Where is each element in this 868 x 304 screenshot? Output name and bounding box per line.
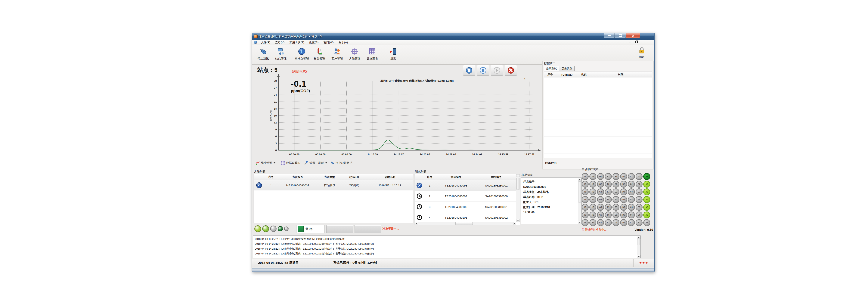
log-scrollbar[interactable] [637, 236, 641, 258]
scrollbar-thumb[interactable] [456, 222, 473, 225]
menu-item-5[interactable]: 关于(A) [336, 40, 350, 45]
vial-position-H7[interactable]: H7 [589, 219, 596, 226]
column-header[interactable]: 样品编号 [476, 175, 516, 179]
column-header[interactable]: TC(mg/L) [556, 73, 578, 76]
vial-position-A4[interactable]: A4 [643, 196, 650, 203]
menu-item-2[interactable]: 实用工具(T) [287, 40, 307, 45]
station-manage-button[interactable]: 站点管理 [272, 47, 290, 60]
customer-manage-button[interactable]: 客户管理 [328, 47, 346, 60]
vial-position-G3[interactable]: G3 [597, 189, 604, 195]
vial-position-E7[interactable]: E7 [613, 219, 619, 226]
title-bar[interactable]: 泰林总有机碳分析系统软件[xtybyh照例] - [站点：5] [252, 33, 654, 40]
vial-position-G6[interactable]: G6 [597, 211, 604, 218]
vial-position-D6[interactable]: D6 [620, 211, 627, 218]
vial-position-I4[interactable]: I4 [582, 196, 589, 203]
vial-position-E1[interactable]: E1 [613, 173, 619, 180]
vial-position-G5[interactable]: G5 [597, 204, 604, 211]
menu-item-1[interactable]: 查看(V) [273, 40, 287, 45]
scroll-up-arrow[interactable] [578, 178, 582, 181]
sampling-point-button[interactable]: i 取样点管理 [293, 47, 311, 60]
menu-item-3[interactable]: 设置(S) [307, 40, 321, 45]
column-header[interactable]: 测试编号 [435, 175, 476, 179]
chart-data-view-button[interactable]: 数据查看(D) [279, 161, 303, 165]
vial-position-B4[interactable]: B4 [636, 196, 643, 203]
vial-position-G7[interactable]: G7 [597, 219, 604, 226]
vial-position-F7[interactable]: F7 [605, 219, 612, 226]
vial-position-F4[interactable]: F4 [605, 196, 612, 203]
vial-position-E4[interactable]: E4 [613, 196, 619, 203]
scrollbar-thumb[interactable] [517, 178, 520, 190]
table-row[interactable]: 1TS201804080098SA201803280001 [415, 180, 516, 191]
test-list-vertical-scrollbar[interactable] [516, 174, 520, 222]
column-header[interactable]: 序号 [544, 73, 556, 76]
vial-position-H3[interactable]: H3 [589, 189, 596, 195]
exit-button[interactable]: 退出 [384, 47, 402, 60]
menu-item-4[interactable]: 窗口(W) [321, 40, 336, 45]
vial-position-H4[interactable]: H4 [589, 196, 596, 203]
tab-history[interactable]: 历史记录 [559, 66, 575, 71]
scrollbar-thumb[interactable] [578, 181, 581, 202]
vial-position-F5[interactable]: F5 [605, 204, 612, 211]
vial-position-E2[interactable]: E2 [613, 181, 619, 188]
vial-position-G1[interactable]: G1 [597, 173, 604, 180]
vial-position-D4[interactable]: D4 [620, 196, 627, 203]
stop-fetch-button[interactable]: 停止获取数据 [329, 161, 354, 165]
scroll-up-arrow[interactable] [637, 236, 641, 239]
scroll-down-arrow[interactable] [516, 219, 520, 222]
vial-position-I5[interactable]: I5 [582, 204, 589, 211]
vial-position-G2[interactable]: G2 [597, 181, 604, 188]
scroll-up-arrow[interactable] [516, 174, 520, 177]
method-manage-button[interactable]: 方法管理 [346, 47, 364, 60]
vial-position-D1[interactable]: D1 [620, 173, 627, 180]
column-header[interactable]: 方法名称 [341, 175, 367, 179]
vial-position-C3[interactable]: C3 [628, 189, 635, 195]
vial-position-F1[interactable]: F1 [605, 173, 612, 180]
minimize-button[interactable] [604, 33, 615, 38]
menu-item-0[interactable]: 文件(F) [258, 40, 273, 45]
vial-position-E3[interactable]: E3 [613, 189, 619, 195]
chart-settings-button[interactable]: 设置 [303, 161, 317, 165]
scrollbar-thumb[interactable] [637, 239, 640, 245]
test-list-horizontal-scrollbar[interactable] [415, 222, 516, 225]
sample-info-scrollbar[interactable] [578, 178, 582, 224]
vial-position-A2[interactable]: A2 [643, 181, 650, 188]
vial-position-H1[interactable]: H1 [589, 173, 596, 180]
vial-position-A7[interactable]: A7 [643, 219, 650, 226]
vial-position-B5[interactable]: B5 [636, 204, 643, 211]
table-row[interactable]: 1ME201804080037样品测试TC测试2018/4/8 14:25:12 [254, 180, 413, 191]
vial-position-G4[interactable]: G4 [597, 196, 604, 203]
column-header[interactable]: 创建日期 [367, 175, 413, 179]
column-header[interactable]: 时间 [590, 73, 652, 76]
maximize-button[interactable] [615, 33, 626, 38]
vial-position-F6[interactable]: F6 [605, 211, 612, 218]
vial-position-A6[interactable]: A6 [643, 211, 650, 218]
vial-position-B3[interactable]: B3 [636, 189, 643, 195]
vial-position-E5[interactable]: E5 [613, 204, 619, 211]
vial-position-I7[interactable]: I7 [582, 219, 589, 226]
column-header[interactable]: 方法类型 [318, 175, 341, 179]
vial-position-I1[interactable]: I1 [582, 173, 589, 180]
vial-position-B2[interactable]: B2 [636, 181, 643, 188]
vial-position-H2[interactable]: H2 [589, 181, 596, 188]
scroll-left-arrow[interactable] [415, 222, 418, 225]
vial-position-H5[interactable]: H5 [589, 204, 596, 211]
vial-position-C7[interactable]: C7 [628, 219, 635, 226]
vial-position-B1[interactable]: B1 [636, 173, 643, 180]
vial-position-D5[interactable]: D5 [620, 204, 627, 211]
vial-position-F3[interactable]: F3 [605, 189, 612, 195]
vial-position-D2[interactable]: D2 [620, 181, 627, 188]
linear-settings-button[interactable]: 线性设置 [254, 161, 277, 165]
table-row[interactable]: 4TS201804080101SA201803310002 [415, 212, 516, 223]
vial-position-C1[interactable]: C1 [628, 173, 635, 180]
vial-position-I6[interactable]: I6 [582, 211, 589, 218]
vial-position-D7[interactable]: D7 [620, 219, 627, 226]
vial-position-B7[interactable]: B7 [636, 219, 643, 226]
vial-position-I3[interactable]: I3 [582, 189, 589, 195]
vial-position-F2[interactable]: F2 [605, 181, 612, 188]
chart-refresh-button[interactable]: 刷新 [317, 161, 329, 165]
lock-button[interactable]: 锁定 [634, 46, 649, 59]
table-row[interactable]: 3TS201804080100SA201803310001 [415, 202, 516, 212]
mdi-minimize-button[interactable] [627, 40, 632, 44]
vial-position-C5[interactable]: C5 [628, 204, 635, 211]
column-header[interactable]: 序号 [424, 175, 435, 179]
